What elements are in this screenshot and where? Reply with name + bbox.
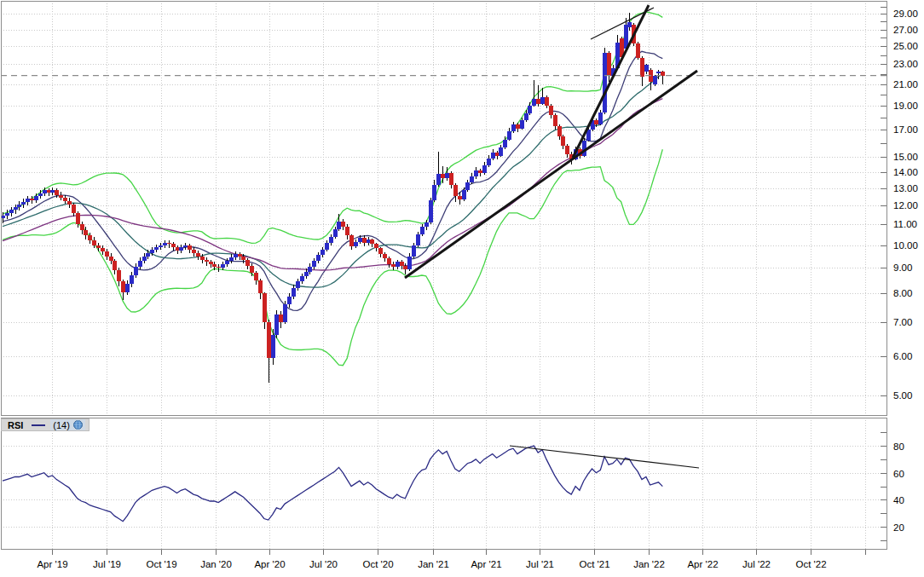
chart-canvas[interactable]: 29.0027.0025.0023.0021.0019.0017.0015.00…: [0, 0, 924, 577]
price-axis-label: 27.00: [893, 25, 918, 35]
price-axis-label: 13.00: [893, 183, 918, 193]
time-axis-label: Oct '20: [362, 559, 393, 569]
time-axis-label: Oct '19: [146, 559, 176, 569]
price-axis-label: 12.00: [893, 200, 918, 211]
time-axis-label: Jul '21: [526, 559, 554, 569]
time-axis-label: Jul '22: [742, 559, 771, 569]
price-axis-label: 19.00: [893, 101, 918, 111]
trendline-rsi-divergence[interactable]: [510, 446, 699, 468]
rsi-label: RSI: [8, 420, 23, 430]
price-axis-label: 9.00: [893, 263, 912, 273]
rsi-axis-label: 20: [893, 522, 904, 533]
time-axis-label: Jan '21: [418, 559, 449, 569]
axis-ticks: [53, 8, 887, 556]
rsi-axis-label: 60: [893, 469, 904, 479]
trendline-support-steep[interactable]: [573, 5, 649, 158]
bollinger-lower-band: [3, 149, 662, 365]
sma-40-line: [3, 99, 662, 270]
gridlines: [1, 1, 886, 549]
trendline-wedge-resistance[interactable]: [591, 8, 654, 39]
price-axis-label: 23.00: [893, 59, 918, 69]
price-axis-label: 5.00: [893, 390, 912, 401]
price-axis-label: 8.00: [893, 288, 912, 298]
price-axis-label: 11.00: [893, 219, 917, 229]
time-axis-label: Apr '19: [37, 559, 67, 569]
time-axis-label: Apr '21: [471, 559, 501, 569]
rsi-axis-label: 80: [893, 441, 904, 452]
rsi-axis-label: 40: [893, 495, 904, 505]
price-axis-label: 29.00: [893, 9, 918, 19]
rsi-line: [3, 446, 662, 522]
chart-root: 29.0027.0025.0023.0021.0019.0017.0015.00…: [0, 0, 924, 577]
rsi-params: (14): [53, 420, 70, 430]
pane-borders: [1, 1, 886, 549]
time-axis-label: Apr '20: [254, 559, 285, 569]
price-axis-label: 17.00: [893, 124, 918, 135]
time-axis-label: Oct '21: [579, 559, 609, 569]
price-axis-label: 25.00: [893, 41, 918, 51]
globe-icon[interactable]: [73, 420, 83, 430]
time-axis-label: Oct '22: [795, 559, 826, 569]
time-axis-label: Jul '19: [93, 559, 121, 569]
price-axis-label: 6.00: [893, 351, 912, 361]
time-axis-label: Jul '20: [309, 559, 338, 569]
price-axis-label: 21.00: [893, 79, 918, 89]
time-axis-label: Apr '22: [687, 559, 718, 569]
rsi-legend-swatch: [32, 424, 45, 426]
price-axis-label: 7.00: [893, 317, 912, 327]
rsi-params-chip[interactable]: (14): [50, 419, 85, 430]
time-axis-label: Jan '20: [200, 559, 232, 569]
rsi-header: RSI (14): [1, 418, 90, 431]
price-axis-label: 10.00: [893, 240, 918, 251]
time-axis-label: Jan '22: [633, 559, 665, 569]
price-axis-label: 14.00: [893, 167, 918, 177]
price-axis-label: 15.00: [893, 152, 918, 162]
candlestick-series: [1, 13, 665, 383]
